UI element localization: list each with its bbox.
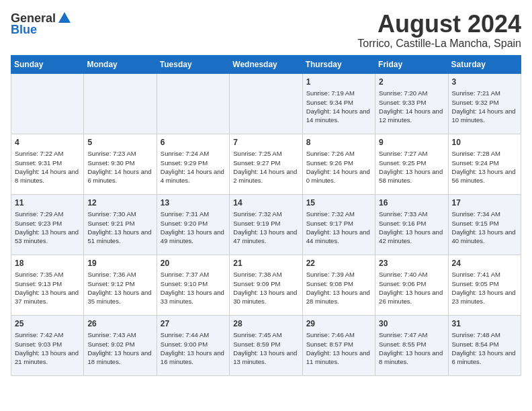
day-number: 22 [306,258,371,269]
day-number: 21 [233,258,298,269]
calendar-day-cell: 10Sunrise: 7:28 AM Sunset: 9:24 PM Dayli… [448,134,521,194]
calendar-week-row: 1Sunrise: 7:19 AM Sunset: 9:34 PM Daylig… [11,73,521,134]
day-number: 10 [452,137,517,148]
title-area: August 2024 Torrico, Castille-La Mancha,… [357,11,521,50]
calendar-day-cell: 9Sunrise: 7:27 AM Sunset: 9:25 PM Daylig… [375,134,448,194]
calendar-day-cell: 31Sunrise: 7:48 AM Sunset: 8:54 PM Dayli… [448,315,521,375]
day-info: Sunrise: 7:46 AM Sunset: 8:57 PM Dayligh… [306,330,371,366]
calendar-day-cell: 26Sunrise: 7:43 AM Sunset: 9:02 PM Dayli… [84,315,157,375]
day-number: 8 [306,137,371,148]
day-info: Sunrise: 7:37 AM Sunset: 9:10 PM Dayligh… [161,270,226,306]
day-number: 16 [379,197,444,209]
calendar-week-row: 4Sunrise: 7:22 AM Sunset: 9:31 PM Daylig… [11,134,521,194]
day-number: 6 [161,137,226,148]
calendar-day-cell: 13Sunrise: 7:31 AM Sunset: 9:20 PM Dayli… [157,194,229,255]
day-info: Sunrise: 7:21 AM Sunset: 9:32 PM Dayligh… [452,89,517,124]
weekday-header-cell: Monday [84,55,157,73]
day-info: Sunrise: 7:22 AM Sunset: 9:31 PM Dayligh… [15,149,80,185]
weekday-header-cell: Saturday [448,55,521,73]
day-number: 11 [15,197,80,209]
calendar-day-cell: 23Sunrise: 7:40 AM Sunset: 9:06 PM Dayli… [375,255,448,315]
day-info: Sunrise: 7:47 AM Sunset: 8:55 PM Dayligh… [379,330,444,366]
day-info: Sunrise: 7:45 AM Sunset: 8:59 PM Dayligh… [233,330,298,366]
day-number: 1 [306,77,371,88]
calendar-day-cell: 24Sunrise: 7:41 AM Sunset: 9:05 PM Dayli… [448,255,521,315]
calendar-day-cell [157,73,229,134]
calendar-day-cell: 30Sunrise: 7:47 AM Sunset: 8:55 PM Dayli… [375,315,448,375]
calendar-day-cell: 3Sunrise: 7:21 AM Sunset: 9:32 PM Daylig… [448,73,521,134]
day-number: 9 [379,137,444,148]
day-info: Sunrise: 7:32 AM Sunset: 9:19 PM Dayligh… [233,210,298,245]
calendar-day-cell: 28Sunrise: 7:45 AM Sunset: 8:59 PM Dayli… [230,315,302,375]
calendar-day-cell: 17Sunrise: 7:34 AM Sunset: 9:15 PM Dayli… [448,194,521,255]
weekday-header-cell: Sunday [11,55,84,73]
day-info: Sunrise: 7:27 AM Sunset: 9:25 PM Dayligh… [379,149,444,185]
calendar-day-cell: 4Sunrise: 7:22 AM Sunset: 9:31 PM Daylig… [11,134,84,194]
calendar-day-cell: 25Sunrise: 7:42 AM Sunset: 9:03 PM Dayli… [11,315,84,375]
day-info: Sunrise: 7:39 AM Sunset: 9:08 PM Dayligh… [306,270,371,306]
day-number: 24 [452,258,517,269]
weekday-header-cell: Friday [375,55,448,73]
day-info: Sunrise: 7:35 AM Sunset: 9:13 PM Dayligh… [15,270,80,306]
day-number: 2 [379,77,444,88]
calendar-day-cell: 11Sunrise: 7:29 AM Sunset: 9:23 PM Dayli… [11,194,84,255]
calendar-day-cell: 2Sunrise: 7:20 AM Sunset: 9:33 PM Daylig… [375,73,448,134]
calendar-day-cell [230,73,302,134]
day-info: Sunrise: 7:33 AM Sunset: 9:16 PM Dayligh… [379,210,444,245]
calendar-day-cell: 7Sunrise: 7:25 AM Sunset: 9:27 PM Daylig… [230,134,302,194]
day-number: 29 [306,318,371,330]
day-info: Sunrise: 7:30 AM Sunset: 9:21 PM Dayligh… [87,210,152,245]
calendar-day-cell: 29Sunrise: 7:46 AM Sunset: 8:57 PM Dayli… [302,315,375,375]
page-header: General Blue August 2024 Torrico, Castil… [11,11,521,50]
calendar-day-cell: 8Sunrise: 7:26 AM Sunset: 9:26 PM Daylig… [302,134,375,194]
calendar-day-cell: 19Sunrise: 7:36 AM Sunset: 9:12 PM Dayli… [84,255,157,315]
calendar-day-cell: 27Sunrise: 7:44 AM Sunset: 9:00 PM Dayli… [157,315,229,375]
day-info: Sunrise: 7:26 AM Sunset: 9:26 PM Dayligh… [306,149,371,185]
day-info: Sunrise: 7:40 AM Sunset: 9:06 PM Dayligh… [379,270,444,306]
weekday-header-row: SundayMondayTuesdayWednesdayThursdayFrid… [11,55,521,73]
location-title: Torrico, Castille-La Mancha, Spain [357,38,521,50]
day-number: 5 [87,137,152,148]
day-info: Sunrise: 7:38 AM Sunset: 9:09 PM Dayligh… [233,270,298,306]
calendar-day-cell: 21Sunrise: 7:38 AM Sunset: 9:09 PM Dayli… [230,255,302,315]
day-info: Sunrise: 7:20 AM Sunset: 9:33 PM Dayligh… [379,89,444,124]
calendar-day-cell [11,73,84,134]
calendar-day-cell: 14Sunrise: 7:32 AM Sunset: 9:19 PM Dayli… [230,194,302,255]
day-info: Sunrise: 7:19 AM Sunset: 9:34 PM Dayligh… [306,89,371,124]
day-number: 18 [15,258,80,269]
calendar-day-cell: 18Sunrise: 7:35 AM Sunset: 9:13 PM Dayli… [11,255,84,315]
calendar-day-cell: 1Sunrise: 7:19 AM Sunset: 9:34 PM Daylig… [302,73,375,134]
day-info: Sunrise: 7:29 AM Sunset: 9:23 PM Dayligh… [15,210,80,245]
day-number: 15 [306,197,371,209]
day-number: 3 [452,77,517,88]
day-info: Sunrise: 7:25 AM Sunset: 9:27 PM Dayligh… [233,149,298,185]
day-info: Sunrise: 7:28 AM Sunset: 9:24 PM Dayligh… [452,149,517,185]
day-number: 30 [379,318,444,330]
weekday-header-cell: Tuesday [157,55,229,73]
day-number: 17 [452,197,517,209]
day-number: 12 [87,197,152,209]
month-title: August 2024 [357,11,521,38]
day-number: 27 [161,318,226,330]
day-info: Sunrise: 7:41 AM Sunset: 9:05 PM Dayligh… [452,270,517,306]
day-info: Sunrise: 7:23 AM Sunset: 9:30 PM Dayligh… [87,149,152,185]
calendar-day-cell: 6Sunrise: 7:24 AM Sunset: 9:29 PM Daylig… [157,134,229,194]
calendar-table: SundayMondayTuesdayWednesdayThursdayFrid… [11,55,521,376]
day-number: 25 [15,318,80,330]
svg-marker-0 [58,12,71,23]
weekday-header-cell: Thursday [302,55,375,73]
day-number: 7 [233,137,298,148]
day-number: 20 [161,258,226,269]
day-info: Sunrise: 7:48 AM Sunset: 8:54 PM Dayligh… [452,330,517,366]
day-info: Sunrise: 7:43 AM Sunset: 9:02 PM Dayligh… [87,330,152,366]
weekday-header-cell: Wednesday [230,55,302,73]
day-number: 26 [87,318,152,330]
calendar-body: 1Sunrise: 7:19 AM Sunset: 9:34 PM Daylig… [11,73,521,375]
calendar-day-cell: 16Sunrise: 7:33 AM Sunset: 9:16 PM Dayli… [375,194,448,255]
day-number: 23 [379,258,444,269]
day-number: 14 [233,197,298,209]
calendar-day-cell: 22Sunrise: 7:39 AM Sunset: 9:08 PM Dayli… [302,255,375,315]
day-number: 28 [233,318,298,330]
day-info: Sunrise: 7:42 AM Sunset: 9:03 PM Dayligh… [15,330,80,366]
calendar-day-cell: 20Sunrise: 7:37 AM Sunset: 9:10 PM Dayli… [157,255,229,315]
